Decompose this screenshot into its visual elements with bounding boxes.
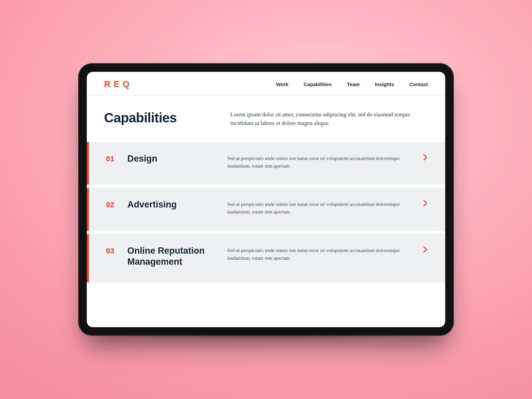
capability-row-design[interactable]: 01 Design Sed ut perspiciatis unde omnis…	[87, 142, 445, 185]
capability-row-advertising[interactable]: 02 Advertising Sed ut perspiciatis unde …	[87, 188, 445, 231]
chevron-right-icon[interactable]	[408, 245, 428, 253]
chevron-right-icon[interactable]	[408, 199, 428, 206]
nav-link-capabilities[interactable]: Capabilities	[304, 81, 332, 87]
nav-links: Work Capabilities Team Insights Contact	[276, 81, 428, 87]
capability-number: 02	[106, 199, 127, 209]
tablet-frame: REQ Work Capabilities Team Insights Cont…	[78, 63, 454, 336]
capability-desc: Sed ut perspiciatis unde omnis iste natu…	[227, 153, 408, 170]
navbar: REQ Work Capabilities Team Insights Cont…	[87, 72, 445, 96]
nav-link-insights[interactable]: Insights	[375, 81, 394, 87]
hero: Capabilities Lorem ipsum dolor sit amet,…	[87, 96, 445, 142]
capability-number: 01	[106, 153, 127, 163]
capability-desc: Sed ut perspiciatis unde omnis iste natu…	[227, 245, 408, 262]
nav-link-team[interactable]: Team	[347, 81, 360, 87]
capability-desc: Sed ut perspiciatis unde omnis iste natu…	[227, 199, 408, 216]
nav-link-work[interactable]: Work	[276, 81, 288, 87]
capability-title: Advertising	[127, 199, 227, 210]
page-title: Capabilities	[104, 110, 214, 128]
capability-row-orm[interactable]: 03 Online Reputation Management Sed ut p…	[87, 234, 445, 283]
brand-logo[interactable]: REQ	[104, 79, 133, 89]
capability-list: 01 Design Sed ut perspiciatis unde omnis…	[87, 142, 445, 283]
page-subtitle: Lorem ipsum dolor sit amet, consectetur …	[230, 110, 428, 128]
chevron-right-icon[interactable]	[408, 153, 428, 161]
capability-title: Design	[127, 153, 227, 165]
screen: REQ Work Capabilities Team Insights Cont…	[87, 72, 445, 327]
capability-title: Online Reputation Management	[127, 245, 227, 268]
capability-number: 03	[106, 245, 127, 255]
nav-link-contact[interactable]: Contact	[409, 81, 428, 87]
